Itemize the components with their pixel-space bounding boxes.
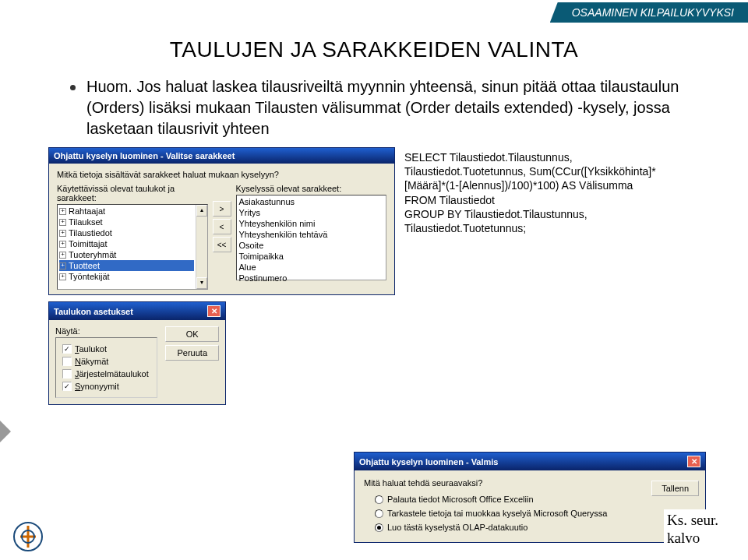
expand-icon[interactable]: +	[59, 252, 66, 259]
checkbox-row[interactable]: ✓Taulukot	[62, 343, 150, 355]
logo-icon	[12, 521, 44, 552]
tree-item-label: Tilaustiedot	[69, 228, 112, 238]
list-item[interactable]: Alue	[239, 262, 384, 273]
wizard-columns-dialog: Ohjattu kyselyn luominen - Valitse sarak…	[48, 147, 395, 295]
dialog-titlebar[interactable]: Taulukon asetukset ✕	[49, 302, 225, 320]
checkbox-icon[interactable]	[62, 369, 72, 379]
wizard-finish-dialog: Ohjattu kyselyn luominen - Valmis ✕ Mitä…	[354, 452, 706, 543]
bullet-text: Huom. Jos haluat laskea tilausriveiltä m…	[86, 76, 701, 139]
tree-item[interactable]: +Rahtaajat	[59, 206, 194, 217]
checkbox-row[interactable]: Järjestelmätaulukot	[62, 368, 150, 380]
remove-all-button[interactable]: <<	[213, 237, 231, 252]
list-item[interactable]: Yhteyshenkilön nimi	[239, 218, 384, 229]
checkbox-icon[interactable]	[62, 357, 72, 366]
scrollbar[interactable]: ▴ ▾	[196, 205, 207, 289]
tree-item-label: Tuoteryhmät	[69, 250, 116, 259]
radio-icon[interactable]	[375, 495, 383, 504]
radio-icon[interactable]	[375, 509, 383, 518]
save-button[interactable]: Tallenn	[651, 481, 699, 496]
tree-item[interactable]: +Tilaukset	[59, 217, 194, 227]
table-settings-dialog: Taulukon asetukset ✕ Näytä: ✓TaulukotNäk…	[48, 301, 226, 405]
cancel-button[interactable]: Peruuta	[165, 345, 219, 361]
tree-item-label: Toimittajat	[69, 239, 108, 248]
bullet-dot-icon	[70, 85, 76, 90]
show-label: Näytä:	[55, 326, 157, 336]
expand-icon[interactable]: +	[59, 219, 66, 226]
dialog-title-text: Taulukon asetukset	[54, 307, 133, 316]
radio-label: Palauta tiedot Microsoft Office Exceliin	[387, 495, 534, 504]
footer-note: Ks. seur. kalvo	[664, 509, 722, 550]
footer-line1: Ks. seur.	[667, 511, 718, 530]
banner: OSAAMINEN KILPAILUKYVYKSI	[550, 2, 748, 23]
wizard-question: Mitä haluat tehdä seuraavaksi?	[364, 478, 696, 488]
tree-item[interactable]: +Toimittajat	[59, 238, 194, 249]
side-triangle-icon	[0, 421, 11, 442]
checkbox-label: Taulukot	[75, 344, 107, 354]
list-item[interactable]: Yritys	[239, 207, 384, 218]
expand-icon[interactable]: +	[59, 262, 66, 269]
available-tree[interactable]: +Rahtaajat+Tilaukset+Tilaustiedot+Toimit…	[57, 204, 208, 290]
checkbox-icon[interactable]: ✓	[62, 382, 72, 391]
tree-item-label: Rahtaajat	[69, 206, 105, 216]
expand-icon[interactable]: +	[59, 230, 66, 237]
checkbox-label: Järjestelmätaulukot	[75, 369, 149, 379]
tree-item[interactable]: +Tuoteryhmät	[59, 249, 194, 260]
close-icon[interactable]: ✕	[687, 456, 700, 467]
dialog-titlebar[interactable]: Ohjattu kyselyn luominen - Valmis ✕	[355, 453, 705, 470]
scroll-down-icon[interactable]: ▾	[196, 277, 207, 289]
dialog-title-text: Ohjattu kyselyn luominen - Valmis	[359, 457, 499, 467]
tree-item[interactable]: +Työntekijät	[59, 271, 194, 282]
radio-row[interactable]: Luo tästä kyselystä OLAP-datakuutio	[375, 520, 696, 534]
expand-icon[interactable]: +	[59, 241, 66, 248]
checkbox-group: ✓TaulukotNäkymätJärjestelmätaulukot✓Syno…	[55, 337, 157, 398]
close-icon[interactable]: ✕	[207, 305, 221, 317]
footer-line2: kalvo	[667, 529, 718, 548]
tree-item[interactable]: +Tuotteet	[59, 260, 194, 271]
tree-item-label: Tilaukset	[69, 217, 103, 227]
sql-snippet: SELECT Tilaustiedot.Tilaustunnus, Tilaus…	[404, 147, 685, 405]
list-item[interactable]: Postinumero	[239, 273, 384, 284]
radio-label: Luo tästä kyselystä OLAP-datakuutio	[387, 523, 527, 532]
available-label: Käytettävissä olevat taulukot ja sarakke…	[57, 184, 208, 203]
selected-list[interactable]: AsiakastunnusYritysYhteyshenkilön nimiYh…	[236, 195, 387, 280]
scroll-up-icon[interactable]: ▴	[196, 205, 207, 217]
checkbox-row[interactable]: ✓Synonyymit	[62, 380, 150, 393]
list-item[interactable]: Osoite	[239, 240, 384, 251]
wizard-description: Mitkä tietoja sisältävät sarakkeet halua…	[57, 170, 386, 179]
checkbox-label: Näkymät	[75, 357, 108, 366]
expand-icon[interactable]: +	[59, 273, 66, 280]
radio-label: Tarkastele tietoja tai muokkaa kyselyä M…	[387, 509, 607, 518]
dialog-titlebar[interactable]: Ohjattu kyselyn luominen - Valitse sarak…	[49, 148, 394, 164]
selected-label: Kyselyssä olevat sarakkeet:	[236, 184, 387, 193]
checkbox-row[interactable]: Näkymät	[62, 355, 150, 368]
remove-button[interactable]: <	[213, 219, 231, 234]
list-item[interactable]: Asiakastunnus	[239, 196, 384, 207]
tree-item-label: Tuotteet	[69, 261, 100, 270]
checkbox-icon[interactable]: ✓	[62, 344, 72, 354]
checkbox-label: Synonyymit	[75, 382, 119, 391]
list-item[interactable]: Toimipaikka	[239, 251, 384, 262]
ok-button[interactable]: OK	[165, 326, 219, 342]
add-button[interactable]: >	[213, 201, 231, 217]
radio-row[interactable]: Tarkastele tietoja tai muokkaa kyselyä M…	[375, 506, 696, 520]
tree-item[interactable]: +Tilaustiedot	[59, 227, 194, 238]
radio-icon[interactable]	[375, 523, 383, 532]
bullet-item: Huom. Jos haluat laskea tilausriveiltä m…	[70, 76, 701, 139]
tree-item-label: Työntekijät	[69, 272, 110, 281]
expand-icon[interactable]: +	[59, 208, 66, 215]
bullet-list: Huom. Jos haluat laskea tilausriveiltä m…	[0, 62, 748, 139]
list-item[interactable]: Yhteyshenkilön tehtävä	[239, 229, 384, 240]
dialog-title-text: Ohjattu kyselyn luominen - Valitse sarak…	[54, 151, 235, 160]
radio-row[interactable]: Palauta tiedot Microsoft Office Exceliin	[375, 492, 696, 506]
